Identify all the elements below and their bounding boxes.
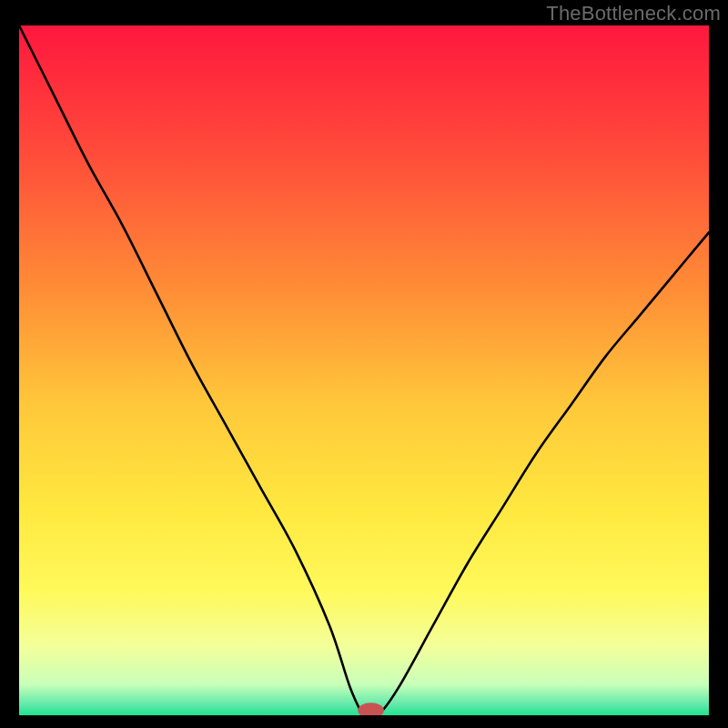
gradient-background bbox=[19, 25, 709, 715]
plot-area bbox=[19, 25, 709, 715]
bottleneck-chart bbox=[19, 25, 709, 715]
attribution-label: TheBottleneck.com bbox=[546, 2, 721, 25]
chart-frame: TheBottleneck.com bbox=[0, 0, 728, 728]
